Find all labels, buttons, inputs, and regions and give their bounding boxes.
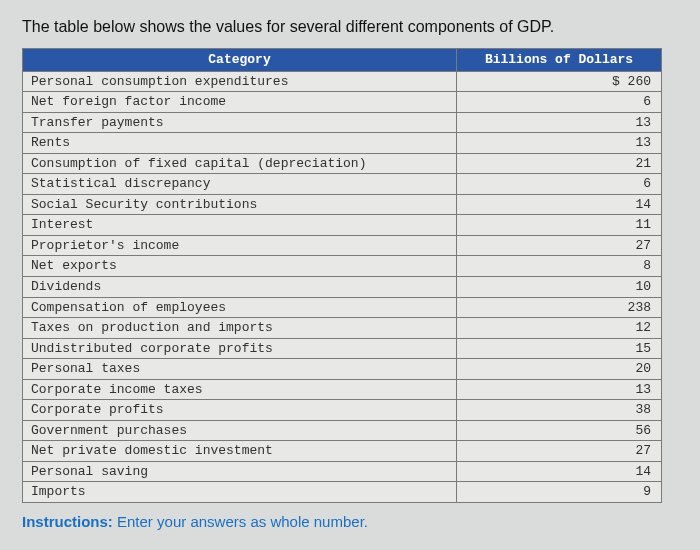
category-cell: Personal taxes <box>23 359 457 380</box>
category-cell: Proprietor's income <box>23 235 457 256</box>
category-cell: Taxes on production and imports <box>23 318 457 339</box>
value-cell: 14 <box>456 461 661 482</box>
table-row: Social Security contributions14 <box>23 194 662 215</box>
value-cell: 11 <box>456 215 661 236</box>
table-row: Imports9 <box>23 482 662 503</box>
table-row: Taxes on production and imports12 <box>23 318 662 339</box>
table-row: Transfer payments13 <box>23 112 662 133</box>
value-cell: 9 <box>456 482 661 503</box>
value-cell: 21 <box>456 153 661 174</box>
category-cell: Transfer payments <box>23 112 457 133</box>
table-row: Government purchases56 <box>23 420 662 441</box>
category-cell: Undistributed corporate profits <box>23 338 457 359</box>
table-body: Personal consumption expenditures$ 260Ne… <box>23 71 662 502</box>
value-cell: 15 <box>456 338 661 359</box>
table-row: Proprietor's income27 <box>23 235 662 256</box>
col-header-value: Billions of Dollars <box>456 49 661 72</box>
table-row: Personal consumption expenditures$ 260 <box>23 71 662 92</box>
category-cell: Corporate profits <box>23 400 457 421</box>
value-cell: 20 <box>456 359 661 380</box>
value-cell: 6 <box>456 174 661 195</box>
table-row: Net private domestic investment27 <box>23 441 662 462</box>
col-header-category: Category <box>23 49 457 72</box>
value-cell: 14 <box>456 194 661 215</box>
table-row: Net exports8 <box>23 256 662 277</box>
table-row: Dividends10 <box>23 277 662 298</box>
category-cell: Net foreign factor income <box>23 92 457 113</box>
category-cell: Personal saving <box>23 461 457 482</box>
value-cell: 10 <box>456 277 661 298</box>
value-cell: $ 260 <box>456 71 661 92</box>
category-cell: Statistical discrepancy <box>23 174 457 195</box>
category-cell: Compensation of employees <box>23 297 457 318</box>
value-cell: 238 <box>456 297 661 318</box>
value-cell: 13 <box>456 379 661 400</box>
value-cell: 56 <box>456 420 661 441</box>
category-cell: Personal consumption expenditures <box>23 71 457 92</box>
table-row: Statistical discrepancy6 <box>23 174 662 195</box>
page-title: The table below shows the values for sev… <box>22 18 678 36</box>
instructions-text: Enter your answers as whole number. <box>117 513 368 530</box>
gdp-table: Category Billions of Dollars Personal co… <box>22 48 662 503</box>
table-row: Compensation of employees238 <box>23 297 662 318</box>
table-row: Rents13 <box>23 133 662 154</box>
table-row: Personal saving14 <box>23 461 662 482</box>
table-row: Corporate profits38 <box>23 400 662 421</box>
category-cell: Net private domestic investment <box>23 441 457 462</box>
category-cell: Social Security contributions <box>23 194 457 215</box>
category-cell: Interest <box>23 215 457 236</box>
table-row: Interest11 <box>23 215 662 236</box>
category-cell: Imports <box>23 482 457 503</box>
table-row: Net foreign factor income6 <box>23 92 662 113</box>
value-cell: 12 <box>456 318 661 339</box>
value-cell: 6 <box>456 92 661 113</box>
value-cell: 27 <box>456 441 661 462</box>
table-row: Undistributed corporate profits15 <box>23 338 662 359</box>
category-cell: Corporate income taxes <box>23 379 457 400</box>
value-cell: 13 <box>456 133 661 154</box>
category-cell: Consumption of fixed capital (depreciati… <box>23 153 457 174</box>
value-cell: 27 <box>456 235 661 256</box>
instructions-line: Instructions: Enter your answers as whol… <box>22 513 678 530</box>
category-cell: Net exports <box>23 256 457 277</box>
category-cell: Rents <box>23 133 457 154</box>
instructions-label: Instructions: <box>22 513 113 530</box>
table-row: Personal taxes20 <box>23 359 662 380</box>
category-cell: Dividends <box>23 277 457 298</box>
table-row: Corporate income taxes13 <box>23 379 662 400</box>
table-row: Consumption of fixed capital (depreciati… <box>23 153 662 174</box>
category-cell: Government purchases <box>23 420 457 441</box>
value-cell: 38 <box>456 400 661 421</box>
value-cell: 8 <box>456 256 661 277</box>
value-cell: 13 <box>456 112 661 133</box>
